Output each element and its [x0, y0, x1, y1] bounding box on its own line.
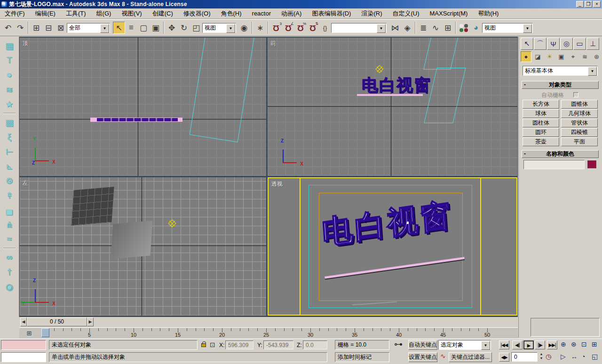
motor-icon[interactable]: ⚙ [2, 174, 16, 188]
cloth-collection-icon[interactable]: T [2, 53, 16, 68]
deforming-mesh-icon[interactable]: ★ [2, 97, 16, 111]
menu-modifiers[interactable]: 修改器(O) [183, 9, 211, 18]
redo-icon[interactable]: ↷ [14, 22, 26, 34]
go-to-end-icon[interactable]: ▶▶| [547, 340, 557, 349]
name-color-rollout-header[interactable]: - 名称和颜色 [522, 150, 599, 158]
bind-to-space-warp-icon[interactable]: ⊠ [55, 22, 67, 34]
frame-spinner[interactable]: ▲▼ [539, 352, 544, 360]
shaded-plane[interactable] [111, 221, 152, 259]
menu-edit[interactable]: 编辑(E) [35, 9, 55, 18]
object-name-field[interactable] [523, 160, 585, 169]
plane-button[interactable]: 平面 [561, 137, 598, 146]
set-keys-icon[interactable]: ⊶ [394, 339, 403, 349]
shaded-plane[interactable] [71, 187, 114, 226]
min-max-toggle-icon[interactable]: ◱ [592, 353, 598, 360]
zoom-all-icon[interactable]: ⊛ [571, 340, 577, 348]
menu-animation[interactable]: 动画(A) [281, 9, 301, 18]
water-space-warp-icon[interactable]: ≈ [2, 232, 16, 246]
auto-key-button[interactable]: 自动关键点 [408, 340, 437, 350]
wind-icon[interactable]: ↟ [2, 188, 16, 203]
arc-rotate-icon[interactable]: ◔ [581, 353, 585, 360]
viewport-top[interactable]: Y X Z 顶 [20, 38, 266, 176]
category-geometry-icon[interactable]: ● [521, 51, 531, 62]
geosphere-button[interactable]: 几何球体 [561, 109, 598, 118]
viewport-label[interactable]: 透视 [271, 180, 283, 188]
teapot-button[interactable]: 茶壶 [523, 137, 559, 146]
tab-hierarchy-icon[interactable]: Ψ [547, 38, 560, 50]
y-coord-field[interactable]: -543.939 [263, 340, 293, 349]
time-slider-handle[interactable] [41, 328, 49, 337]
select-and-link-icon[interactable]: ⊞ [30, 22, 42, 34]
align-icon[interactable]: ◈ [401, 22, 413, 34]
menu-views[interactable]: 视图(V) [121, 9, 142, 18]
menu-rendering[interactable]: 渲染(R) [361, 9, 382, 18]
toy-car-icon[interactable]: ▄ [2, 203, 16, 217]
selection-filter-dropdown[interactable]: 全部 [67, 23, 110, 33]
menu-character[interactable]: 角色(H) [221, 9, 242, 18]
menu-tools[interactable]: 工具(T) [66, 9, 86, 18]
layer-manager-icon[interactable]: ≣ [417, 22, 429, 34]
select-and-manipulate-icon[interactable]: ∗ [254, 22, 266, 34]
preview-animation-icon[interactable]: ◉ [2, 279, 16, 294]
key-filters-button[interactable]: 关键点过滤器... [449, 352, 492, 362]
spinner-down-icon[interactable]: ▼ [540, 356, 543, 360]
maxscript-listener-line[interactable] [1, 352, 46, 362]
box-button[interactable]: 长方体 [523, 100, 559, 109]
object-type-rollout-header[interactable]: - 对象类型 [522, 81, 599, 89]
selection-lock-icon[interactable] [201, 343, 206, 347]
ragdoll-icon[interactable]: † [2, 265, 16, 279]
current-frame-field[interactable]: 0 [511, 352, 538, 362]
close-button-icon[interactable]: × [593, 1, 601, 8]
viewport-label[interactable]: 左 [23, 179, 28, 187]
spinner-up-icon[interactable]: ▲ [540, 352, 543, 356]
select-and-scale-icon[interactable]: ◰ [190, 22, 202, 34]
previous-frame-icon[interactable]: ◀|| [512, 340, 523, 349]
category-shapes-icon[interactable]: ◪ [532, 51, 543, 62]
menu-help[interactable]: 帮助(H) [478, 9, 499, 18]
unlink-selection-icon[interactable]: ⊟ [42, 22, 55, 34]
curve-editor-icon[interactable]: ∿ [429, 22, 442, 34]
soft-body-collection-icon[interactable]: ● [2, 68, 16, 82]
timeline-prev-icon[interactable]: ◀ [20, 317, 27, 326]
primitive-category-dropdown[interactable]: 标准基本体 [523, 66, 598, 76]
spring-icon[interactable]: ξ [2, 130, 16, 144]
menu-group[interactable]: 组(G) [96, 9, 111, 18]
named-selection-sets-dropdown[interactable] [331, 23, 387, 33]
plane-helper-icon[interactable]: ▩ [2, 115, 16, 130]
fracture-icon[interactable]: ⋔ [2, 217, 16, 232]
menu-graph-editors[interactable]: 图表编辑器(D) [312, 9, 351, 18]
linear-dashpot-icon[interactable]: ⊢ [2, 144, 16, 159]
absolute-mode-icon[interactable]: ⊡ [210, 341, 215, 348]
tab-modify-icon[interactable]: ⌒ [534, 38, 547, 50]
x-coord-field[interactable]: 596.309 [225, 340, 253, 349]
category-systems-icon[interactable]: ⊛ [591, 51, 602, 62]
render-scene-icon[interactable]: ◕ [470, 22, 482, 34]
tube-button[interactable]: 管状体 [561, 119, 598, 127]
zoom-extents-all-icon[interactable]: ⊞ [592, 340, 597, 348]
category-lights-icon[interactable]: ☀ [544, 51, 555, 62]
go-to-start-icon[interactable]: |◀◀ [499, 340, 509, 349]
viewport-front[interactable]: 电白视窗 Z X 前 [268, 38, 517, 176]
object-color-swatch[interactable] [587, 160, 596, 168]
play-button-icon[interactable]: ▶ [523, 340, 534, 349]
sphere-button[interactable]: 球体 [523, 109, 559, 118]
menu-file[interactable]: 文件(F) [5, 9, 25, 18]
mirror-icon[interactable]: ⋈ [389, 22, 401, 34]
cone-button[interactable]: 圆锥体 [561, 100, 598, 109]
render-preset-dropdown[interactable]: 视图 [482, 23, 533, 33]
key-mode-dropdown[interactable]: 选定对象 [438, 340, 491, 350]
schematic-view-icon[interactable]: ⊞ [442, 22, 454, 34]
time-ruler[interactable]: 0 5 10 15 20 25 30 35 40 45 50 [40, 328, 515, 338]
rope-icon[interactable]: ∞ [2, 250, 16, 265]
select-and-move-icon[interactable]: ✥ [166, 22, 178, 34]
edit-named-selection-sets-icon[interactable]: {} [319, 22, 331, 34]
window-crossing-icon[interactable]: ▣ [150, 22, 162, 34]
undo-icon[interactable]: ↶ [2, 22, 14, 34]
rigid-body-collection-icon[interactable]: ▦ [2, 39, 16, 53]
restore-button-icon[interactable]: ❐ [585, 1, 592, 8]
field-of-view-icon[interactable]: ▷ [561, 353, 566, 360]
pyramid-button[interactable]: 四棱锥 [561, 128, 598, 137]
pan-view-icon[interactable]: ↔ [571, 353, 578, 360]
rectangular-selection-region-icon[interactable]: ▢ [137, 22, 150, 34]
angle-snap-toggle-icon[interactable]: Ω∠ [282, 22, 294, 34]
